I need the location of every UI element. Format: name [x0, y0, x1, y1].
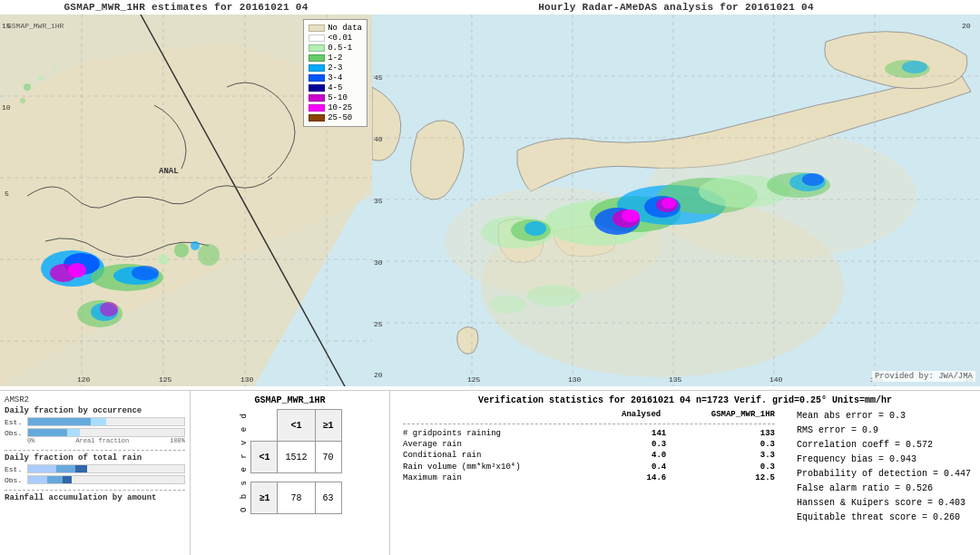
chart-bar-fill-est1b — [91, 418, 106, 425]
svg-text:130: 130 — [568, 375, 582, 384]
row-header-ge1: ≥1 — [251, 482, 278, 514]
svg-text:35: 35 — [374, 197, 383, 205]
svg-text:20: 20 — [962, 22, 971, 30]
chart-bar-fill-obs2c — [63, 476, 72, 483]
svg-point-29 — [53, 67, 56, 71]
svg-text:125: 125 — [467, 375, 481, 384]
chart-row-obs2: Obs. — [5, 475, 185, 484]
row-gsmap-1: 0.3 — [670, 439, 779, 450]
amsr2-label: AMSR2 — [5, 395, 185, 404]
col-header-ge1: ≥1 — [315, 410, 341, 442]
legend-item-5-10: 5-10 — [309, 93, 362, 102]
row-label-4: Maximum rain — [399, 472, 591, 483]
legend-label-2-3: 2-3 — [328, 63, 342, 73]
svg-point-65 — [524, 221, 546, 236]
cell-lt1-lt1: 1512 — [278, 442, 315, 473]
svg-text:GSMAP_MWR_1HR: GSMAP_MWR_1HR — [7, 22, 64, 30]
legend-item-1-2: 1-2 — [309, 54, 362, 63]
row-label-2: Conditional rain — [399, 450, 591, 461]
row-gsmap-0: 133 — [670, 428, 779, 439]
svg-point-23 — [191, 241, 200, 250]
chart-bar-fill-obs1 — [28, 429, 67, 436]
bottom-left-panel: AMSR2 Daily fraction by occurrence Est. … — [0, 391, 191, 555]
legend-color-nodata — [309, 24, 325, 32]
row-analysed-2: 4.0 — [591, 450, 671, 461]
col-header-analysed: Analysed — [591, 409, 671, 420]
right-map-title: Hourly Radar-AMeDAS analysis for 2016102… — [372, 0, 980, 15]
chart-divider-2 — [5, 490, 185, 491]
stats-layout: Analysed GSMAP_MWR_1HR # gridpoints rain… — [399, 409, 971, 525]
legend-item-05-1: 0.5-1 — [309, 44, 362, 53]
legend-item-25-50: 25-50 — [309, 113, 362, 122]
row-analysed-3: 0.4 — [591, 461, 671, 472]
stat-equitable-threat: Equitable threat score = 0.260 — [797, 511, 971, 525]
legend-color-25-50 — [309, 114, 325, 122]
legend-item-lt001: <0.01 — [309, 34, 362, 43]
table-row: Average rain 0.3 0.3 — [399, 439, 779, 450]
svg-point-28 — [20, 98, 25, 103]
table-row: Maximum rain 14.6 12.5 — [399, 472, 779, 483]
axis-areal: Areal fraction — [75, 437, 129, 444]
svg-point-22 — [174, 243, 189, 258]
chart-bar-fill-est1 — [28, 418, 91, 425]
chart-axis-1: 0% Areal fraction 100% — [5, 437, 185, 444]
stats-right-panel: Mean abs error = 0.3 RMS error = 0.9 Cor… — [797, 409, 971, 525]
row-analysed-1: 0.3 — [591, 439, 671, 450]
col-header-gsmap: GSMAP_MWR_1HR — [670, 409, 779, 420]
svg-point-21 — [100, 302, 118, 316]
stat-freq-bias: Frequency bias = 0.943 — [797, 453, 971, 467]
svg-text:135: 135 — [669, 375, 682, 384]
svg-text:10: 10 — [2, 103, 11, 112]
legend-color-1-2 — [309, 54, 325, 62]
bottom-center-panel: GSMAP_MWR_1HR O b s e r v e d <1 ≥1 <1 1… — [191, 391, 390, 555]
right-map-svg: 45 40 35 30 25 20 125 130 135 140 145 15… — [372, 15, 980, 386]
table-row: Conditional rain 4.0 3.3 — [399, 450, 779, 461]
stat-hanssen-kuipers: Hanssen & Kuipers score = 0.403 — [797, 496, 971, 511]
stat-correlation: Correlation coeff = 0.572 — [797, 438, 971, 453]
legend-label-05-1: 0.5-1 — [328, 44, 352, 53]
svg-point-15 — [68, 263, 86, 278]
left-map-area: ANAL GSMAP_MWR_1HR 15 10 5 120 125 130 — [0, 15, 372, 386]
svg-point-27 — [38, 75, 44, 81]
stats-main-table: Analysed GSMAP_MWR_1HR # gridpoints rain… — [399, 409, 779, 483]
legend-color-5-10 — [309, 94, 325, 102]
bottom-stats-panel: Verification statistics for 20161021 04 … — [390, 391, 980, 555]
legend-item-10-25: 10-25 — [309, 103, 362, 112]
chart-row-est2: Est. — [5, 464, 185, 473]
chart-bars-rain: Est. Obs. — [5, 464, 185, 484]
table-row: # gridpoints raining 141 133 — [399, 428, 779, 439]
legend-color-3-4 — [309, 74, 325, 82]
table-row: Rain volume (mm*km²x10⁴) 0.4 0.3 — [399, 461, 779, 472]
svg-point-25 — [158, 254, 169, 265]
svg-point-72 — [490, 296, 526, 314]
svg-text:25: 25 — [374, 320, 383, 328]
svg-point-24 — [198, 244, 220, 266]
legend-label-10-25: 10-25 — [328, 103, 352, 112]
svg-text:45: 45 — [374, 73, 383, 82]
chart-divider-1 — [5, 450, 185, 451]
legend-label-4-5: 4-5 — [328, 83, 342, 92]
chart-bar-fill-est2b — [56, 465, 75, 472]
chart-bar-bg-est1 — [27, 417, 185, 426]
legend-label-5-10: 5-10 — [328, 93, 348, 102]
chart-title-rain: Daily fraction of total rain — [5, 453, 185, 462]
stat-pod: Probability of detection = 0.447 — [797, 467, 971, 482]
svg-text:ANAL: ANAL — [159, 167, 179, 176]
chart-label-est2: Est. — [5, 465, 24, 473]
svg-text:140: 140 — [769, 375, 783, 384]
chart-total-rain: Daily fraction of total rain Est. Obs. — [5, 453, 185, 484]
legend-item-4-5: 4-5 — [309, 83, 362, 92]
legend-item-nodata: No data — [309, 24, 362, 33]
svg-text:130: 130 — [240, 375, 254, 384]
stat-false-alarm-ratio: False alarm ratio = 0.526 — [797, 482, 971, 496]
legend-label-nodata: No data — [328, 24, 362, 33]
legend-item-2-3: 2-3 — [309, 63, 362, 73]
legend-item-3-4: 3-4 — [309, 73, 362, 83]
row-label-0: # gridpoints raining — [399, 428, 591, 439]
map-legend: No data <0.01 0.5-1 1-2 — [303, 19, 368, 127]
chart-bar-bg-est2 — [27, 464, 185, 473]
chart-bar-bg-obs1 — [27, 428, 185, 437]
stat-rms-error: RMS error = 0.9 — [797, 424, 971, 438]
chart-bar-fill-est2a — [28, 465, 56, 472]
chart-bars-occurrence: Est. Obs. — [5, 417, 185, 437]
